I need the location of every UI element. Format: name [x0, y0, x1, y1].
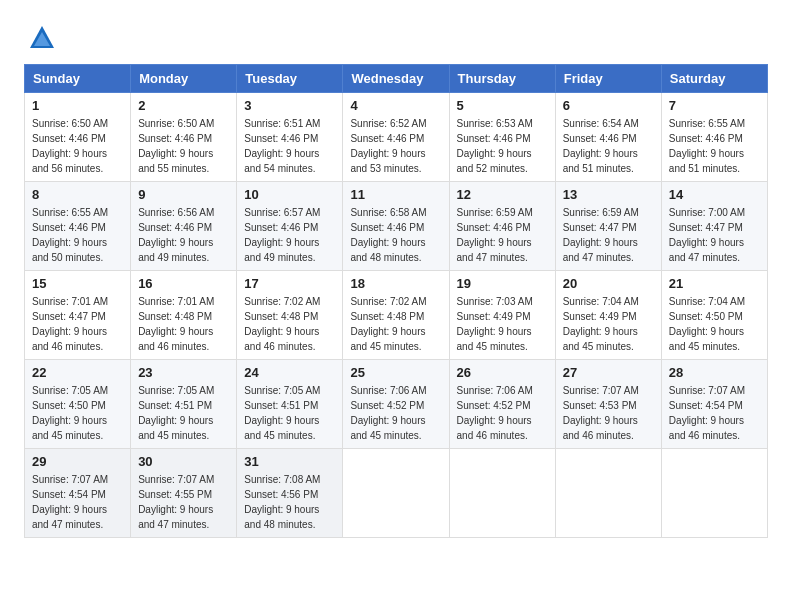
calendar-cell: 7 Sunrise: 6:55 AM Sunset: 4:46 PM Dayli… [661, 93, 767, 182]
calendar-week-row: 15 Sunrise: 7:01 AM Sunset: 4:47 PM Dayl… [25, 271, 768, 360]
calendar-header-saturday: Saturday [661, 65, 767, 93]
day-number: 17 [244, 276, 335, 291]
day-info: Sunrise: 7:05 AM Sunset: 4:51 PM Dayligh… [138, 383, 229, 443]
day-number: 26 [457, 365, 548, 380]
day-info: Sunrise: 6:55 AM Sunset: 4:46 PM Dayligh… [32, 205, 123, 265]
day-number: 16 [138, 276, 229, 291]
day-number: 14 [669, 187, 760, 202]
day-number: 29 [32, 454, 123, 469]
day-number: 9 [138, 187, 229, 202]
day-info: Sunrise: 7:05 AM Sunset: 4:50 PM Dayligh… [32, 383, 123, 443]
day-number: 20 [563, 276, 654, 291]
calendar-cell [555, 449, 661, 538]
calendar-cell: 12 Sunrise: 6:59 AM Sunset: 4:46 PM Dayl… [449, 182, 555, 271]
day-info: Sunrise: 7:04 AM Sunset: 4:50 PM Dayligh… [669, 294, 760, 354]
calendar-cell: 13 Sunrise: 6:59 AM Sunset: 4:47 PM Dayl… [555, 182, 661, 271]
day-info: Sunrise: 7:01 AM Sunset: 4:47 PM Dayligh… [32, 294, 123, 354]
day-number: 22 [32, 365, 123, 380]
day-info: Sunrise: 6:56 AM Sunset: 4:46 PM Dayligh… [138, 205, 229, 265]
day-number: 13 [563, 187, 654, 202]
day-number: 28 [669, 365, 760, 380]
calendar-cell: 2 Sunrise: 6:50 AM Sunset: 4:46 PM Dayli… [131, 93, 237, 182]
day-number: 21 [669, 276, 760, 291]
calendar-cell: 21 Sunrise: 7:04 AM Sunset: 4:50 PM Dayl… [661, 271, 767, 360]
day-number: 5 [457, 98, 548, 113]
calendar-week-row: 29 Sunrise: 7:07 AM Sunset: 4:54 PM Dayl… [25, 449, 768, 538]
calendar-cell: 18 Sunrise: 7:02 AM Sunset: 4:48 PM Dayl… [343, 271, 449, 360]
day-number: 30 [138, 454, 229, 469]
day-info: Sunrise: 6:53 AM Sunset: 4:46 PM Dayligh… [457, 116, 548, 176]
day-info: Sunrise: 6:57 AM Sunset: 4:46 PM Dayligh… [244, 205, 335, 265]
calendar-cell: 29 Sunrise: 7:07 AM Sunset: 4:54 PM Dayl… [25, 449, 131, 538]
day-number: 8 [32, 187, 123, 202]
day-info: Sunrise: 7:05 AM Sunset: 4:51 PM Dayligh… [244, 383, 335, 443]
day-info: Sunrise: 7:02 AM Sunset: 4:48 PM Dayligh… [350, 294, 441, 354]
calendar-header-tuesday: Tuesday [237, 65, 343, 93]
day-number: 11 [350, 187, 441, 202]
calendar-cell: 24 Sunrise: 7:05 AM Sunset: 4:51 PM Dayl… [237, 360, 343, 449]
calendar-cell: 5 Sunrise: 6:53 AM Sunset: 4:46 PM Dayli… [449, 93, 555, 182]
calendar-body: 1 Sunrise: 6:50 AM Sunset: 4:46 PM Dayli… [25, 93, 768, 538]
calendar-header-wednesday: Wednesday [343, 65, 449, 93]
day-info: Sunrise: 6:59 AM Sunset: 4:46 PM Dayligh… [457, 205, 548, 265]
day-info: Sunrise: 7:07 AM Sunset: 4:53 PM Dayligh… [563, 383, 654, 443]
calendar-week-row: 22 Sunrise: 7:05 AM Sunset: 4:50 PM Dayl… [25, 360, 768, 449]
calendar-cell: 22 Sunrise: 7:05 AM Sunset: 4:50 PM Dayl… [25, 360, 131, 449]
day-info: Sunrise: 6:55 AM Sunset: 4:46 PM Dayligh… [669, 116, 760, 176]
day-number: 24 [244, 365, 335, 380]
calendar-cell: 10 Sunrise: 6:57 AM Sunset: 4:46 PM Dayl… [237, 182, 343, 271]
day-number: 12 [457, 187, 548, 202]
day-info: Sunrise: 6:54 AM Sunset: 4:46 PM Dayligh… [563, 116, 654, 176]
day-info: Sunrise: 7:07 AM Sunset: 4:54 PM Dayligh… [669, 383, 760, 443]
day-number: 15 [32, 276, 123, 291]
calendar-cell: 28 Sunrise: 7:07 AM Sunset: 4:54 PM Dayl… [661, 360, 767, 449]
day-info: Sunrise: 7:00 AM Sunset: 4:47 PM Dayligh… [669, 205, 760, 265]
day-info: Sunrise: 7:06 AM Sunset: 4:52 PM Dayligh… [457, 383, 548, 443]
day-number: 7 [669, 98, 760, 113]
calendar-table: SundayMondayTuesdayWednesdayThursdayFrid… [24, 64, 768, 538]
day-info: Sunrise: 7:02 AM Sunset: 4:48 PM Dayligh… [244, 294, 335, 354]
calendar-cell: 4 Sunrise: 6:52 AM Sunset: 4:46 PM Dayli… [343, 93, 449, 182]
calendar-cell: 9 Sunrise: 6:56 AM Sunset: 4:46 PM Dayli… [131, 182, 237, 271]
day-info: Sunrise: 7:06 AM Sunset: 4:52 PM Dayligh… [350, 383, 441, 443]
logo [24, 24, 56, 52]
calendar-cell: 25 Sunrise: 7:06 AM Sunset: 4:52 PM Dayl… [343, 360, 449, 449]
day-number: 19 [457, 276, 548, 291]
calendar-cell: 20 Sunrise: 7:04 AM Sunset: 4:49 PM Dayl… [555, 271, 661, 360]
calendar-cell: 23 Sunrise: 7:05 AM Sunset: 4:51 PM Dayl… [131, 360, 237, 449]
day-info: Sunrise: 7:07 AM Sunset: 4:55 PM Dayligh… [138, 472, 229, 532]
calendar-cell: 26 Sunrise: 7:06 AM Sunset: 4:52 PM Dayl… [449, 360, 555, 449]
page-header [24, 20, 768, 52]
calendar-cell [661, 449, 767, 538]
day-info: Sunrise: 6:59 AM Sunset: 4:47 PM Dayligh… [563, 205, 654, 265]
calendar-cell [449, 449, 555, 538]
day-info: Sunrise: 7:08 AM Sunset: 4:56 PM Dayligh… [244, 472, 335, 532]
calendar-header-sunday: Sunday [25, 65, 131, 93]
calendar-cell: 30 Sunrise: 7:07 AM Sunset: 4:55 PM Dayl… [131, 449, 237, 538]
day-info: Sunrise: 7:07 AM Sunset: 4:54 PM Dayligh… [32, 472, 123, 532]
day-info: Sunrise: 6:58 AM Sunset: 4:46 PM Dayligh… [350, 205, 441, 265]
calendar-cell: 15 Sunrise: 7:01 AM Sunset: 4:47 PM Dayl… [25, 271, 131, 360]
calendar-header-monday: Monday [131, 65, 237, 93]
calendar-cell: 8 Sunrise: 6:55 AM Sunset: 4:46 PM Dayli… [25, 182, 131, 271]
day-number: 3 [244, 98, 335, 113]
day-info: Sunrise: 6:50 AM Sunset: 4:46 PM Dayligh… [32, 116, 123, 176]
calendar-cell: 19 Sunrise: 7:03 AM Sunset: 4:49 PM Dayl… [449, 271, 555, 360]
day-info: Sunrise: 7:01 AM Sunset: 4:48 PM Dayligh… [138, 294, 229, 354]
calendar-week-row: 1 Sunrise: 6:50 AM Sunset: 4:46 PM Dayli… [25, 93, 768, 182]
day-number: 4 [350, 98, 441, 113]
calendar-cell: 27 Sunrise: 7:07 AM Sunset: 4:53 PM Dayl… [555, 360, 661, 449]
calendar-cell: 3 Sunrise: 6:51 AM Sunset: 4:46 PM Dayli… [237, 93, 343, 182]
day-number: 2 [138, 98, 229, 113]
day-info: Sunrise: 6:50 AM Sunset: 4:46 PM Dayligh… [138, 116, 229, 176]
calendar-week-row: 8 Sunrise: 6:55 AM Sunset: 4:46 PM Dayli… [25, 182, 768, 271]
calendar-header-row: SundayMondayTuesdayWednesdayThursdayFrid… [25, 65, 768, 93]
calendar-cell: 31 Sunrise: 7:08 AM Sunset: 4:56 PM Dayl… [237, 449, 343, 538]
day-number: 27 [563, 365, 654, 380]
day-info: Sunrise: 7:04 AM Sunset: 4:49 PM Dayligh… [563, 294, 654, 354]
day-number: 18 [350, 276, 441, 291]
day-number: 23 [138, 365, 229, 380]
calendar-cell: 6 Sunrise: 6:54 AM Sunset: 4:46 PM Dayli… [555, 93, 661, 182]
day-number: 6 [563, 98, 654, 113]
calendar-header-thursday: Thursday [449, 65, 555, 93]
